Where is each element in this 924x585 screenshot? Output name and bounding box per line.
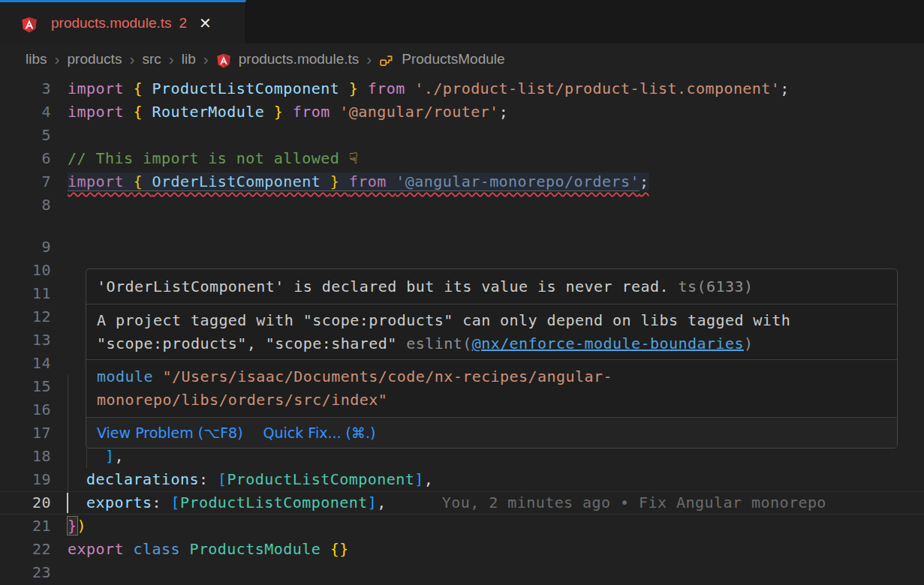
tab-products-module[interactable]: products.module.ts 2 ✕ <box>0 0 246 44</box>
view-problem-action[interactable]: View Problem (⌥F8) <box>97 424 243 441</box>
breadcrumb-item-lib[interactable]: lib <box>182 51 196 68</box>
line-number[interactable]: 11 <box>0 282 51 305</box>
chevron-right-icon: › <box>129 50 134 68</box>
code-token: ] <box>414 470 424 488</box>
line-number[interactable]: 15 <box>0 375 51 398</box>
code-token: {} <box>330 540 349 558</box>
line-number[interactable]: 18 <box>0 445 51 468</box>
chevron-right-icon: › <box>169 50 174 68</box>
code-line-content[interactable]: export class ProductsModule {} <box>68 538 349 561</box>
tab-close-icon[interactable]: ✕ <box>199 14 212 32</box>
code-token: } <box>330 172 349 191</box>
breadcrumb-item-file[interactable]: products.module.ts <box>239 51 360 68</box>
code-line: 6// This import is not allowed ☟ <box>0 147 924 170</box>
line-number[interactable]: 10 <box>0 259 51 282</box>
code-line-content[interactable]: import { ProductListComponent } from './… <box>68 77 790 100</box>
line-number[interactable]: 8 <box>0 194 51 217</box>
view-zone-spacer <box>0 217 924 236</box>
code-line-content[interactable]: import { OrderListComponent } from '@ang… <box>68 170 649 194</box>
code-line-content[interactable]: // This import is not allowed ☟ <box>68 147 358 170</box>
code-token: ; <box>780 80 790 98</box>
text-cursor <box>67 493 68 513</box>
line-number[interactable]: 23 <box>0 561 51 584</box>
line-number[interactable]: 12 <box>0 305 51 328</box>
code-line: 5 <box>0 124 924 147</box>
quick-fix-action[interactable]: Quick Fix... (⌘.) <box>263 424 376 441</box>
code-token: } <box>274 103 293 121</box>
line-number[interactable]: 16 <box>0 398 51 422</box>
line-number[interactable]: 19 <box>0 468 51 491</box>
code-token: } <box>68 517 77 535</box>
code-token: { <box>133 103 152 121</box>
code-token: import <box>68 80 133 98</box>
chevron-right-icon: › <box>366 50 372 68</box>
hover-text-line: module "/Users/isaac/Documents/code/nx-r… <box>97 365 886 388</box>
angular-icon <box>216 53 231 68</box>
hover-text: ) <box>744 334 754 352</box>
line-number[interactable]: 9 <box>0 236 51 259</box>
line-number[interactable]: 3 <box>0 77 51 100</box>
code-token: declarations <box>86 470 199 488</box>
code-line: 21}) <box>0 514 924 538</box>
code-line-content[interactable]: import { RouterModule } from '@angular/r… <box>68 100 508 124</box>
code-editor[interactable]: 3import { ProductListComponent } from '.… <box>0 75 924 585</box>
line-number[interactable]: 5 <box>0 124 51 147</box>
code-token: ProductListComponent <box>152 80 348 98</box>
line-number[interactable]: 17 <box>0 422 51 445</box>
code-token: './product-list/product-list.component' <box>414 80 780 98</box>
code-token: OrderListComponent <box>152 172 330 191</box>
code-token: , <box>114 447 124 465</box>
line-number[interactable]: 14 <box>0 352 51 375</box>
hover-text-line: "scope:products", "scope:shared" eslint(… <box>97 332 886 356</box>
breadcrumb: libs › products › src › lib › products.m… <box>0 44 924 75</box>
tab-error-count-badge: 2 <box>179 15 188 32</box>
breadcrumb-item-products[interactable]: products <box>68 51 122 68</box>
code-line-content[interactable]: }) <box>68 514 86 538</box>
code-token: : <box>152 494 170 512</box>
line-number[interactable]: 6 <box>0 147 51 170</box>
code-token: , <box>424 470 434 488</box>
code-token: [ <box>218 470 227 488</box>
code-line: 7import { OrderListComponent } from '@an… <box>0 170 924 194</box>
hover-text: monorepo/libs/orders/src/index" <box>97 391 387 409</box>
hover-text: module <box>97 368 162 386</box>
line-number[interactable]: 21 <box>0 514 51 538</box>
code-token: { <box>133 80 152 98</box>
hover-section: 'OrderListComponent' is declared but its… <box>86 269 897 304</box>
error-squiggle-span: import { OrderListComponent } from '@ang… <box>68 172 649 190</box>
line-number[interactable]: 7 <box>0 170 51 194</box>
hover-status-bar: View Problem (⌥F8) Quick Fix... (⌘.) <box>86 418 897 448</box>
code-token: ] <box>105 447 115 465</box>
line-number[interactable]: 13 <box>0 328 51 352</box>
code-token: ProductsModule <box>189 540 330 558</box>
eslint-rule-link[interactable]: @nx/enforce-module-boundaries <box>472 334 744 352</box>
code-line-content[interactable]: exports: [ProductListComponent],You, 2 m… <box>68 491 826 514</box>
code-token: : <box>199 470 218 488</box>
breadcrumb-item-src[interactable]: src <box>142 51 161 68</box>
breadcrumb-item-libs[interactable]: libs <box>26 51 47 68</box>
code-token: ☟ <box>349 149 359 167</box>
code-token: { <box>133 172 152 191</box>
code-token: from <box>349 172 396 191</box>
code-token: , <box>377 494 387 512</box>
code-token: class <box>133 540 189 558</box>
breadcrumb-item-symbol[interactable]: ProductsModule <box>402 51 504 68</box>
tab-title: products.module.ts <box>51 15 172 32</box>
code-line: 20 exports: [ProductListComponent],You, … <box>0 491 924 514</box>
code-token: exports <box>86 494 152 512</box>
code-token: } <box>349 80 368 98</box>
code-token: RouterModule <box>152 103 273 121</box>
code-token: ; <box>640 172 649 190</box>
symbol-class-icon <box>379 53 394 68</box>
hover-text: A project tagged with "scope:products" c… <box>97 311 790 329</box>
line-number[interactable]: 20 <box>0 491 51 514</box>
code-line: 3import { ProductListComponent } from '.… <box>0 77 924 100</box>
code-line: 9 <box>0 236 924 259</box>
code-line: 4import { RouterModule } from '@angular/… <box>0 100 924 124</box>
code-line-content[interactable]: declarations: [ProductListComponent], <box>68 468 433 491</box>
hover-text: "scope:products", "scope:shared" <box>97 334 406 352</box>
code-token: export <box>68 540 133 558</box>
line-number[interactable]: 22 <box>0 538 51 561</box>
code-line: 22export class ProductsModule {} <box>0 538 924 561</box>
line-number[interactable]: 4 <box>0 100 51 124</box>
